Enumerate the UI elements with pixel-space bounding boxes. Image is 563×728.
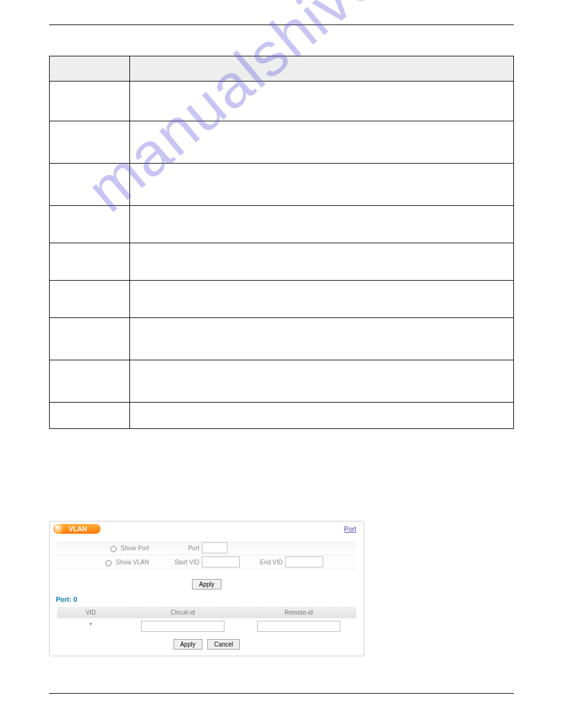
table-row [50,360,514,403]
table-row [50,206,514,243]
port-field-label: Port [167,545,199,552]
start-vid-input[interactable] [202,556,240,567]
top-rule [49,25,514,25]
table-row [50,164,514,206]
vlan-tab[interactable]: VLAN [53,524,101,534]
orb-icon [54,524,64,534]
apply-button-bottom[interactable]: Apply [174,639,202,650]
table-header-row [50,56,514,82]
table-row [50,281,514,318]
show-port-radio[interactable] [110,546,117,552]
col-vid: VID [57,609,124,616]
table-header-description [130,56,514,82]
col-circuit: Circuit-id [124,609,241,616]
bottom-rule [49,693,514,694]
circuit-id-input[interactable] [141,621,224,632]
apply-row-top: Apply [53,578,360,590]
table-row [50,121,514,164]
table-row [50,318,514,360]
end-vid-input[interactable] [285,556,323,567]
end-vid-label: End VID [240,559,283,566]
data-row: * [57,618,356,633]
show-port-text: Show Port [121,545,149,552]
show-port-radio-label[interactable]: Show Port [57,544,167,552]
show-vlan-text: Show VLAN [116,559,149,566]
port-input[interactable] [202,542,228,553]
vlan-tab-label: VLAN [69,525,87,533]
apply-button-top[interactable]: Apply [192,579,221,590]
description-table [49,56,514,429]
table-row [50,243,514,281]
data-header: VID Circuit-id Remote-id [57,607,356,618]
start-vid-label: Start VID [167,559,199,566]
col-remote: Remote-id [241,609,356,616]
cancel-button[interactable]: Cancel [207,639,240,650]
filter-form: Show Port Port Show VLAN Start VID End V… [57,541,356,569]
table-row [50,82,514,121]
remote-id-input[interactable] [257,621,340,632]
table-row [50,403,514,429]
vlan-header: VLAN Port [53,524,360,534]
show-vlan-radio-label[interactable]: Show VLAN [57,558,167,566]
button-row-bottom: Apply Cancel [53,638,360,650]
show-port-row: Show Port Port [57,541,356,555]
show-vlan-radio[interactable] [105,560,112,566]
port-section-label: Port: 0 [56,596,360,603]
vlan-panel: VLAN Port Show Port Port Show VLAN Start… [49,521,364,656]
vid-value: * [57,622,124,629]
show-vlan-row: Show VLAN Start VID End VID [57,555,356,569]
port-link[interactable]: Port [344,525,356,533]
table-header-label [50,56,130,82]
